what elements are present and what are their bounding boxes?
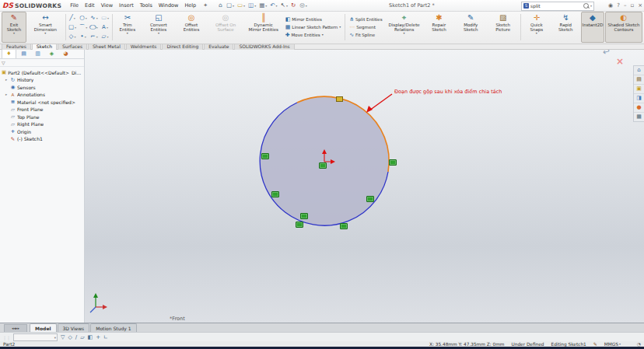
convert-entities-button[interactable]: ◱ Convert Entities ▾ (142, 12, 175, 43)
linear-sketch-pattern-button[interactable]: ▦ Linear Sketch Pattern ▾ (285, 24, 341, 30)
plane-tool-button[interactable]: ▱ ▾ (100, 32, 110, 41)
rebuild-icon[interactable]: ↻ (290, 2, 297, 9)
arc-tool-button[interactable]: ⌒ ▾ (79, 23, 89, 32)
polygon-icon: ◇ (69, 33, 74, 40)
toolbar-grip-icon[interactable]: ⋮⋮ (2, 335, 10, 340)
dimxpert-manager-icon[interactable]: ◈ (45, 50, 58, 58)
search-commands-input[interactable]: S split ▾ (521, 2, 594, 11)
task-home-icon[interactable]: ⌂ (634, 66, 644, 75)
custom-properties-icon[interactable]: ▦ (634, 113, 644, 121)
close-button[interactable]: × (638, 0, 642, 11)
line-tool-button[interactable]: ╱ ▾ (68, 13, 78, 23)
configuration-manager-icon[interactable]: ▥ (31, 50, 44, 58)
text-tool-button[interactable]: A ▾ (100, 23, 110, 32)
fit-spline-button[interactable]: ∿ Fit Spline (349, 32, 382, 38)
menu-item[interactable]: View (98, 2, 116, 9)
select-icon[interactable]: ↖ ▾ (280, 2, 289, 9)
search-scope-icon[interactable]: S (523, 3, 529, 9)
cancel-sketch-icon[interactable]: × (616, 56, 624, 67)
quick-snaps-button[interactable]: ✛ Quick Snaps ▾ (523, 12, 551, 43)
tree-item-right-plane[interactable]: ▱ Right Plane (0, 120, 84, 128)
tree-item-sketch1[interactable]: ✎ (-) Sketch1 (0, 135, 84, 143)
smart-dimension-button[interactable]: ↔ Smart Dimension ▾ (27, 12, 63, 43)
offset-on-surface-button[interactable]: ◎ Offset On Surface (207, 12, 243, 43)
menu-item[interactable]: Help (181, 2, 199, 9)
filter-surface-icon[interactable]: ◧ (88, 334, 93, 340)
menu-item[interactable]: Tools (137, 2, 156, 9)
filter-vertices-icon[interactable]: ◇ (68, 334, 72, 340)
tree-item-material[interactable]: ≣ Material <not specified> (0, 99, 84, 106)
exit-sketch-button[interactable]: ✎ Exit Sketch ▾ (2, 12, 26, 43)
point-tool-button[interactable]: • ▾ (79, 32, 89, 41)
help-button[interactable]: ? (617, 0, 620, 11)
file-explorer-icon[interactable]: ▣ (634, 85, 644, 94)
filter-datum-icon[interactable]: ∟ (103, 334, 108, 340)
print-icon[interactable]: ▦ ▾ (258, 2, 268, 9)
graphics-viewport[interactable] (0, 49, 644, 323)
modify-sketch-button[interactable]: ✎ Modify Sketch (455, 12, 486, 43)
tree-item-sensors[interactable]: ◉ Sensors (0, 84, 84, 92)
filter-toggle-icon[interactable]: ▽ (61, 334, 65, 340)
home-icon[interactable]: ⌂ (218, 2, 224, 9)
appearances-icon[interactable]: ● (634, 103, 644, 113)
dropdown-arrow-icon: ▾ (619, 342, 621, 346)
tree-item-front-plane[interactable]: ▱ Front Plane (0, 106, 84, 113)
filter-combo-box[interactable]: ▾ (13, 333, 58, 341)
expand-arrow-icon[interactable]: ▸ (5, 78, 9, 82)
view-palette-icon[interactable]: ◨ (634, 94, 644, 103)
filter-edges-icon[interactable]: ∕ (75, 334, 77, 340)
tree-item-top-plane[interactable]: ▱ Top Plane (0, 113, 84, 121)
repair-sketch-button[interactable]: ✱ Repair Sketch (424, 12, 455, 43)
tree-item-history[interactable]: ▸ ↻ History (0, 76, 84, 84)
display-delete-relations-button[interactable]: ⌖ Display/Delete Relations ▾ (386, 12, 423, 43)
filter-faces-icon[interactable]: ▱ (80, 334, 84, 340)
ellipse-tool-button[interactable]: ○ ▾ (89, 23, 100, 32)
dynamic-mirror-button[interactable]: ║ Dynamic Mirror Entities (245, 12, 282, 43)
menu-item[interactable]: Insert (116, 2, 137, 9)
menu-item[interactable]: File (67, 2, 82, 9)
rapid-sketch-button[interactable]: ↯ Rapid Sketch (551, 12, 580, 43)
tree-item-origin[interactable]: + Origin (0, 128, 84, 136)
filter-axis-icon[interactable]: + (96, 334, 100, 340)
filter-funnel-icon[interactable]: ▽ (2, 60, 5, 65)
minimize-button[interactable]: – (624, 0, 627, 11)
mirror-entities-button[interactable]: ◧ Mirror Entities (285, 16, 341, 23)
tree-item-annotations[interactable]: ▸ A Annotations (0, 91, 84, 99)
offset-entities-button[interactable]: ◎ Offset Entities (177, 12, 207, 43)
fillet-tool-button[interactable]: ⌐ ▾ (89, 32, 100, 41)
menu-item[interactable]: Edit (82, 2, 98, 9)
expand-arrow-icon[interactable]: ▸ (5, 92, 9, 96)
login-icon[interactable]: ◉ (608, 0, 613, 11)
polygon-tool-button[interactable]: ◇ ▾ (68, 32, 78, 41)
segment-button[interactable]: ⋯ Segment (349, 24, 382, 30)
options-icon[interactable]: ◎ ▾ (299, 2, 308, 9)
restore-button[interactable]: ▫ (630, 0, 634, 11)
spline-tool-button[interactable]: ∿ ▾ (89, 13, 100, 23)
trim-entities-button[interactable]: ✂ Trim Entities ▾ (114, 12, 141, 43)
save-icon[interactable]: ◫ ▾ (247, 2, 257, 9)
rectangle-tool-button[interactable]: ▢ ▾ (68, 23, 78, 32)
pin-menu-icon[interactable]: ✦ (203, 2, 208, 9)
new-icon[interactable]: ▢ ▾ (226, 2, 235, 9)
tree-root-part[interactable]: ▣ Part2 (Default<<Default>_Display State (0, 68, 84, 76)
sketch-picture-button[interactable]: ▨ Sketch Picture (487, 12, 519, 43)
split-entities-button[interactable]: ⋔ Split Entities (349, 16, 382, 23)
shaded-contours-button[interactable]: ◐ Shaded Sketch Contours (605, 12, 642, 43)
search-dropdown-icon[interactable]: ▾ (590, 4, 592, 8)
undo-icon[interactable]: ↶ ▾ (269, 2, 278, 9)
slot-tool-button[interactable]: ▭ ▾ (100, 13, 110, 23)
menu-item[interactable]: Window (156, 2, 182, 9)
tree-filter-bar[interactable]: ▽ (0, 59, 84, 67)
open-icon[interactable]: ▭ ▾ (236, 2, 246, 9)
search-icon[interactable] (583, 3, 589, 9)
circle-tool-button[interactable]: ○ ▾ (79, 13, 89, 23)
display-manager-icon[interactable]: ◕ (59, 50, 72, 58)
status-help-icon[interactable]: ◔ (637, 341, 641, 347)
featuremanager-tree-icon[interactable]: ♦ (2, 49, 16, 58)
move-entities-button[interactable]: ✚ Move Entities ▾ (285, 32, 341, 38)
units-dropdown[interactable]: MMGS ▾ (604, 342, 621, 347)
property-manager-icon[interactable]: ▤ (17, 50, 30, 58)
instant2d-button[interactable]: ◆ Instant2D (581, 12, 604, 43)
search-value[interactable]: split (530, 3, 582, 9)
design-library-icon[interactable]: ▤ (634, 75, 644, 85)
